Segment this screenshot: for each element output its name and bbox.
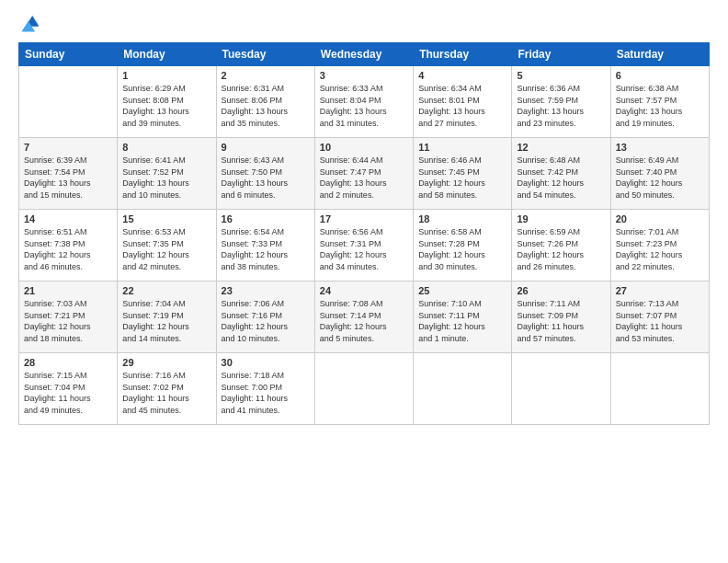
cell-info: Sunrise: 6:49 AM Sunset: 7:40 PM Dayligh… [616,155,704,201]
calendar-page: SundayMondayTuesdayWednesdayThursdayFrid… [0,0,728,563]
cell-info: Sunrise: 6:34 AM Sunset: 8:01 PM Dayligh… [418,83,506,129]
day-number: 20 [616,213,704,224]
cell-info: Sunrise: 6:59 AM Sunset: 7:26 PM Dayligh… [517,226,605,272]
cell-info: Sunrise: 6:41 AM Sunset: 7:52 PM Dayligh… [122,155,210,201]
day-header: Monday [118,43,216,66]
calendar-cell: 28Sunrise: 7:15 AM Sunset: 7:04 PM Dayli… [19,353,118,425]
day-header: Friday [512,43,610,66]
day-number: 23 [222,285,310,296]
day-number: 26 [517,285,605,296]
cell-info: Sunrise: 6:36 AM Sunset: 7:59 PM Dayligh… [517,83,605,129]
cell-info: Sunrise: 6:46 AM Sunset: 7:45 PM Dayligh… [418,155,506,201]
cell-info: Sunrise: 6:29 AM Sunset: 8:08 PM Dayligh… [122,83,210,129]
calendar-cell: 24Sunrise: 7:08 AM Sunset: 7:14 PM Dayli… [314,282,413,353]
calendar-cell: 22Sunrise: 7:04 AM Sunset: 7:19 PM Dayli… [118,282,216,353]
cell-info: Sunrise: 6:33 AM Sunset: 8:04 PM Dayligh… [320,83,408,129]
cell-info: Sunrise: 7:15 AM Sunset: 7:04 PM Dayligh… [24,370,112,416]
calendar-cell: 12Sunrise: 6:48 AM Sunset: 7:42 PM Dayli… [512,138,610,210]
cell-info: Sunrise: 7:06 AM Sunset: 7:16 PM Dayligh… [222,298,310,344]
day-header: Sunday [19,43,118,66]
day-number: 22 [122,285,210,296]
calendar-cell: 3Sunrise: 6:33 AM Sunset: 8:04 PM Daylig… [314,66,413,138]
calendar-table: SundayMondayTuesdayWednesdayThursdayFrid… [18,42,710,425]
calendar-cell: 7Sunrise: 6:39 AM Sunset: 7:54 PM Daylig… [19,138,118,210]
cell-info: Sunrise: 7:18 AM Sunset: 7:00 PM Dayligh… [222,370,310,416]
day-number: 3 [320,70,408,81]
cell-info: Sunrise: 7:11 AM Sunset: 7:09 PM Dayligh… [517,298,605,344]
calendar-cell [512,353,610,425]
calendar-cell: 29Sunrise: 7:16 AM Sunset: 7:02 PM Dayli… [118,353,216,425]
calendar-week-row: 1Sunrise: 6:29 AM Sunset: 8:08 PM Daylig… [19,66,710,138]
day-header: Thursday [414,43,512,66]
header [18,17,710,33]
calendar-week-row: 28Sunrise: 7:15 AM Sunset: 7:04 PM Dayli… [19,353,710,425]
day-number: 21 [24,285,112,296]
day-number: 25 [418,285,506,296]
calendar-cell: 16Sunrise: 6:54 AM Sunset: 7:33 PM Dayli… [216,210,314,282]
day-number: 10 [320,142,408,153]
day-number: 9 [222,142,310,153]
calendar-cell: 20Sunrise: 7:01 AM Sunset: 7:23 PM Dayli… [610,210,709,282]
day-number: 5 [517,70,605,81]
day-number: 24 [320,285,408,296]
day-number: 27 [616,285,704,296]
day-number: 11 [418,142,506,153]
cell-info: Sunrise: 7:08 AM Sunset: 7:14 PM Dayligh… [320,298,408,344]
calendar-week-row: 21Sunrise: 7:03 AM Sunset: 7:21 PM Dayli… [19,282,710,353]
calendar-cell: 9Sunrise: 6:43 AM Sunset: 7:50 PM Daylig… [216,138,314,210]
calendar-cell: 30Sunrise: 7:18 AM Sunset: 7:00 PM Dayli… [216,353,314,425]
day-number: 6 [616,70,704,81]
day-number: 14 [24,213,112,224]
day-number: 16 [222,213,310,224]
day-number: 17 [320,213,408,224]
calendar-cell [414,353,512,425]
cell-info: Sunrise: 6:51 AM Sunset: 7:38 PM Dayligh… [24,226,112,272]
calendar-cell: 14Sunrise: 6:51 AM Sunset: 7:38 PM Dayli… [19,210,118,282]
day-number: 8 [122,142,210,153]
day-header: Saturday [610,43,709,66]
day-number: 7 [24,142,112,153]
cell-info: Sunrise: 7:16 AM Sunset: 7:02 PM Dayligh… [122,370,210,416]
calendar-cell: 5Sunrise: 6:36 AM Sunset: 7:59 PM Daylig… [512,66,610,138]
calendar-cell: 27Sunrise: 7:13 AM Sunset: 7:07 PM Dayli… [610,282,709,353]
calendar-week-row: 7Sunrise: 6:39 AM Sunset: 7:54 PM Daylig… [19,138,710,210]
calendar-cell: 23Sunrise: 7:06 AM Sunset: 7:16 PM Dayli… [216,282,314,353]
cell-info: Sunrise: 7:03 AM Sunset: 7:21 PM Dayligh… [24,298,112,344]
cell-info: Sunrise: 6:39 AM Sunset: 7:54 PM Dayligh… [24,155,112,201]
calendar-cell: 13Sunrise: 6:49 AM Sunset: 7:40 PM Dayli… [610,138,709,210]
calendar-week-row: 14Sunrise: 6:51 AM Sunset: 7:38 PM Dayli… [19,210,710,282]
cell-info: Sunrise: 7:04 AM Sunset: 7:19 PM Dayligh… [122,298,210,344]
calendar-cell: 2Sunrise: 6:31 AM Sunset: 8:06 PM Daylig… [216,66,314,138]
logo-icon [20,13,40,33]
calendar-cell: 18Sunrise: 6:58 AM Sunset: 7:28 PM Dayli… [414,210,512,282]
calendar-cell [314,353,413,425]
day-number: 1 [122,70,210,81]
calendar-cell: 17Sunrise: 6:56 AM Sunset: 7:31 PM Dayli… [314,210,413,282]
day-number: 13 [616,142,704,153]
cell-info: Sunrise: 6:48 AM Sunset: 7:42 PM Dayligh… [517,155,605,201]
cell-info: Sunrise: 6:31 AM Sunset: 8:06 PM Dayligh… [222,83,310,129]
cell-info: Sunrise: 7:13 AM Sunset: 7:07 PM Dayligh… [616,298,704,344]
calendar-cell: 25Sunrise: 7:10 AM Sunset: 7:11 PM Dayli… [414,282,512,353]
cell-info: Sunrise: 6:53 AM Sunset: 7:35 PM Dayligh… [122,226,210,272]
calendar-cell: 6Sunrise: 6:38 AM Sunset: 7:57 PM Daylig… [610,66,709,138]
calendar-cell [610,353,709,425]
day-number: 12 [517,142,605,153]
calendar-cell: 15Sunrise: 6:53 AM Sunset: 7:35 PM Dayli… [118,210,216,282]
calendar-cell: 1Sunrise: 6:29 AM Sunset: 8:08 PM Daylig… [118,66,216,138]
day-header: Wednesday [314,43,413,66]
logo [18,20,40,33]
cell-info: Sunrise: 6:43 AM Sunset: 7:50 PM Dayligh… [222,155,310,201]
day-number: 28 [24,357,112,368]
cell-info: Sunrise: 6:44 AM Sunset: 7:47 PM Dayligh… [320,155,408,201]
day-number: 30 [222,357,310,368]
calendar-cell: 19Sunrise: 6:59 AM Sunset: 7:26 PM Dayli… [512,210,610,282]
cell-info: Sunrise: 6:58 AM Sunset: 7:28 PM Dayligh… [418,226,506,272]
day-number: 18 [418,213,506,224]
day-number: 29 [122,357,210,368]
day-number: 19 [517,213,605,224]
cell-info: Sunrise: 6:38 AM Sunset: 7:57 PM Dayligh… [616,83,704,129]
calendar-cell: 10Sunrise: 6:44 AM Sunset: 7:47 PM Dayli… [314,138,413,210]
cell-info: Sunrise: 7:10 AM Sunset: 7:11 PM Dayligh… [418,298,506,344]
cell-info: Sunrise: 7:01 AM Sunset: 7:23 PM Dayligh… [616,226,704,272]
